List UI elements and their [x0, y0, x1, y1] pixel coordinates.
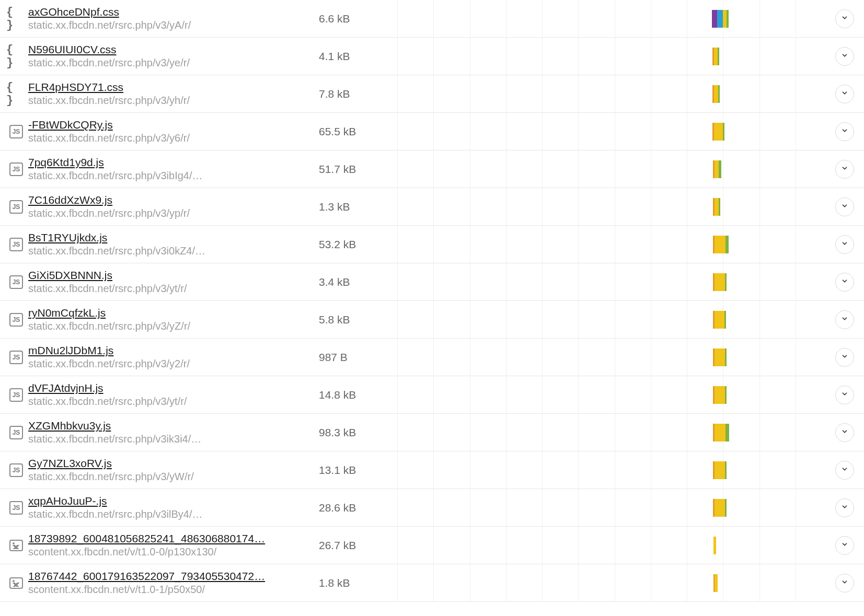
expand-button[interactable] [835, 423, 854, 442]
js-icon: JS [9, 426, 23, 439]
chevron-down-icon [841, 428, 848, 437]
timing-bar[interactable] [713, 537, 716, 554]
expand-button[interactable] [835, 160, 854, 179]
file-size: 4.1 kB [319, 50, 397, 63]
timing-bar[interactable] [713, 424, 729, 441]
js-icon: JS [9, 200, 23, 214]
timing-bar[interactable] [712, 123, 724, 141]
expand-button[interactable] [835, 85, 854, 103]
timing-bar[interactable] [712, 48, 719, 65]
expand-button[interactable] [835, 498, 854, 517]
chevron-down-icon [841, 52, 848, 61]
timing-bar[interactable] [713, 386, 727, 404]
expand-cell [832, 461, 858, 480]
table-row[interactable]: JSGiXi5DXBNNN.jsstatic.xx.fbcdn.net/rsrc… [0, 263, 864, 301]
table-row[interactable]: JSryN0mCqfzkL.jsstatic.xx.fbcdn.net/rsrc… [0, 301, 864, 339]
timing-bar[interactable] [712, 85, 720, 103]
expand-button[interactable] [835, 348, 854, 367]
table-row[interactable]: JS-FBtWDkCQRy.jsstatic.xx.fbcdn.net/rsrc… [0, 113, 864, 150]
js-icon: JS [9, 313, 23, 327]
waterfall-cell [397, 527, 832, 564]
waterfall-cell [397, 75, 832, 112]
file-name-link[interactable]: 7pq6Ktd1y9d.js [28, 156, 319, 169]
timing-bar[interactable] [713, 160, 721, 178]
timing-bar[interactable] [713, 461, 727, 479]
file-name-link[interactable]: BsT1RYUjkdx.js [28, 231, 319, 244]
table-row[interactable]: JSxqpAHoJuuP-.jsstatic.xx.fbcdn.net/rsrc… [0, 489, 864, 527]
file-type-icon-cell [6, 540, 26, 551]
file-path: static.xx.fbcdn.net/rsrc.php/v3i0kZ4/… [28, 245, 319, 257]
file-path: static.xx.fbcdn.net/rsrc.php/v3/y6/r/ [28, 132, 319, 144]
expand-button[interactable] [835, 122, 854, 141]
file-name-link[interactable]: 18767442_600179163522097_793405530472… [28, 570, 319, 583]
waterfall-cell [397, 451, 832, 489]
timing-bar[interactable] [712, 10, 729, 28]
file-size: 3.4 kB [319, 276, 397, 288]
timing-bar[interactable] [713, 311, 726, 329]
file-size: 1.3 kB [319, 201, 397, 213]
table-row[interactable]: 18739892_600481056825241_486306880174…sc… [0, 527, 864, 564]
expand-button[interactable] [835, 310, 854, 329]
image-icon [9, 577, 23, 589]
table-row[interactable]: JSBsT1RYUjkdx.jsstatic.xx.fbcdn.net/rsrc… [0, 226, 864, 263]
expand-cell [832, 197, 858, 216]
table-row[interactable]: { }N596UIUI0CV.cssstatic.xx.fbcdn.net/rs… [0, 38, 864, 75]
table-row[interactable]: { }FLR4pHSDY71.cssstatic.xx.fbcdn.net/rs… [0, 75, 864, 113]
chevron-down-icon [841, 277, 848, 286]
file-type-icon-cell: { } [6, 43, 26, 69]
file-name-link[interactable]: ryN0mCqfzkL.js [28, 307, 319, 319]
chevron-down-icon [841, 240, 848, 249]
table-row[interactable]: JSGy7NZL3xoRV.jsstatic.xx.fbcdn.net/rsrc… [0, 451, 864, 489]
chevron-down-icon [841, 503, 848, 512]
expand-cell [832, 85, 858, 103]
file-name-link[interactable]: dVFJAtdvjnH.js [28, 382, 319, 394]
timing-bar[interactable] [713, 348, 727, 366]
timing-bar[interactable] [713, 574, 718, 592]
table-row[interactable]: { }axGOhceDNpf.cssstatic.xx.fbcdn.net/rs… [0, 0, 864, 38]
js-icon: JS [9, 275, 23, 289]
file-name-link[interactable]: GiXi5DXBNNN.js [28, 269, 319, 282]
file-name-link[interactable]: XZGMhbkvu3y.js [28, 420, 319, 432]
chevron-down-icon [841, 127, 848, 136]
file-name-link[interactable]: Gy7NZL3xoRV.js [28, 457, 319, 470]
file-path: static.xx.fbcdn.net/rsrc.php/v3ibIg4/… [28, 170, 319, 182]
file-name-link[interactable]: -FBtWDkCQRy.js [28, 119, 319, 131]
waterfall-cell [397, 339, 832, 376]
file-type-icon-cell: JS [6, 463, 26, 477]
file-name-link[interactable]: N596UIUI0CV.css [28, 43, 319, 56]
table-row[interactable]: JS7pq6Ktd1y9d.jsstatic.xx.fbcdn.net/rsrc… [0, 150, 864, 188]
timing-segment [715, 461, 724, 479]
file-name-link[interactable]: 7C16ddXzWx9.js [28, 194, 319, 206]
file-name-link[interactable]: xqpAHoJuuP-.js [28, 495, 319, 507]
expand-button[interactable] [835, 574, 854, 592]
table-row[interactable]: JS7C16ddXzWx9.jsstatic.xx.fbcdn.net/rsrc… [0, 188, 864, 226]
file-type-icon-cell: JS [6, 275, 26, 289]
timing-segment [723, 123, 724, 141]
expand-button[interactable] [835, 386, 854, 404]
expand-button[interactable] [835, 235, 854, 254]
expand-button[interactable] [835, 461, 854, 480]
expand-button[interactable] [835, 197, 854, 216]
timing-segment [715, 160, 719, 178]
file-name-link[interactable]: mDNu2lJDbM1.js [28, 344, 319, 357]
file-name-link[interactable]: 18739892_600481056825241_486306880174… [28, 532, 319, 545]
file-type-icon-cell: JS [6, 162, 26, 176]
expand-button[interactable] [835, 536, 854, 555]
file-name-link[interactable]: axGOhceDNpf.css [28, 6, 319, 18]
js-icon: JS [9, 125, 23, 138]
table-row[interactable]: JSmDNu2lJDbM1.jsstatic.xx.fbcdn.net/rsrc… [0, 339, 864, 376]
timing-bar[interactable] [713, 273, 727, 291]
table-row[interactable]: JSXZGMhbkvu3y.jsstatic.xx.fbcdn.net/rsrc… [0, 414, 864, 451]
table-row[interactable]: 18767442_600179163522097_793405530472…sc… [0, 564, 864, 602]
file-name-cell: ryN0mCqfzkL.jsstatic.xx.fbcdn.net/rsrc.p… [26, 307, 319, 332]
timing-bar[interactable] [713, 198, 720, 216]
timing-bar[interactable] [713, 236, 729, 253]
chevron-down-icon [841, 89, 848, 98]
expand-button[interactable] [835, 273, 854, 292]
file-name-link[interactable]: FLR4pHSDY71.css [28, 81, 319, 94]
expand-button[interactable] [835, 47, 854, 66]
table-row[interactable]: JSdVFJAtdvjnH.jsstatic.xx.fbcdn.net/rsrc… [0, 376, 864, 414]
timing-bar[interactable] [713, 499, 727, 517]
expand-button[interactable] [835, 9, 854, 28]
file-name-cell: -FBtWDkCQRy.jsstatic.xx.fbcdn.net/rsrc.p… [26, 119, 319, 144]
